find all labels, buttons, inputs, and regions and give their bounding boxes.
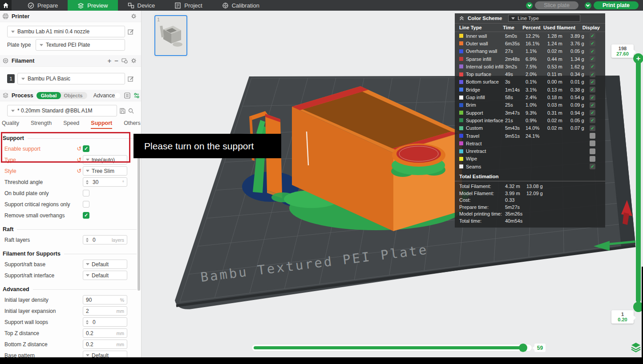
save-preset-icon[interactable] <box>120 108 125 114</box>
spinner-arrows[interactable] <box>86 238 89 242</box>
support-raft-interface-select[interactable]: Default <box>83 271 127 280</box>
raft-layers-spinner[interactable]: 0layers <box>83 235 127 244</box>
tab-project[interactable]: Project <box>165 0 212 11</box>
line-type-swatch <box>459 149 463 153</box>
top-layer-height: 27.60 <box>612 51 633 56</box>
tab-support[interactable]: Support <box>91 120 112 129</box>
initial-layer-expansion-input[interactable]: 2mm <box>83 306 127 316</box>
move-slider-handle[interactable] <box>519 344 527 352</box>
reset-icon[interactable]: ↺ <box>76 168 83 174</box>
display-checkbox[interactable]: ✓ <box>590 110 595 116</box>
critical-regions-checkbox[interactable] <box>83 201 89 208</box>
reset-icon[interactable]: ↺ <box>76 156 83 163</box>
reset-icon[interactable]: ↺ <box>76 145 83 152</box>
plate-thumbnail[interactable]: 1 <box>154 15 187 56</box>
slice-plate-button[interactable]: Slice plate <box>535 1 578 9</box>
display-checkbox[interactable]: ✓ <box>590 95 595 100</box>
slice-dropdown-button[interactable] <box>526 2 533 9</box>
tab-prepare[interactable]: Prepare <box>18 0 68 11</box>
process-preset-select[interactable]: * 0.20mm Standard @BBL A1M <box>7 105 117 116</box>
line-type-swatch <box>459 72 463 76</box>
segment-global[interactable]: Global <box>36 92 61 99</box>
total-estimation-row: Total time: 40m54s <box>455 217 605 224</box>
support-raft-base-select[interactable]: Default <box>83 260 127 269</box>
tab-strength[interactable]: Strength <box>31 120 52 129</box>
on-build-plate-checkbox[interactable] <box>83 190 89 196</box>
printer-select[interactable]: Bambu Lab A1 mini 0.4 nozzle <box>7 26 125 37</box>
chevron-down-icon <box>21 78 25 80</box>
base-pattern-select[interactable]: Default <box>83 351 127 357</box>
display-checkbox[interactable] <box>590 156 595 162</box>
support-wall-loops-spinner[interactable]: 0 <box>83 317 127 327</box>
line-type-label: Overhang wall <box>466 48 505 54</box>
move-slider-track[interactable] <box>251 344 532 352</box>
search-preset-icon[interactable] <box>128 108 134 114</box>
threshold-angle-value: 30 <box>93 179 98 185</box>
sidebar-scrollbar[interactable] <box>137 144 140 291</box>
filament-edit-icon[interactable] <box>128 76 134 82</box>
threshold-angle-spinner[interactable]: 30° <box>83 177 127 187</box>
printer-section-title: Printer <box>12 13 29 20</box>
top-z-distance-input[interactable]: 0.2mm <box>83 328 127 338</box>
initial-layer-density-input[interactable]: 90% <box>83 295 127 304</box>
line-type-label: Bottom surface <box>466 79 505 84</box>
remove-filament-button[interactable]: − <box>114 57 118 64</box>
printer-settings-gear-icon[interactable] <box>131 13 137 19</box>
spinner-arrows[interactable] <box>86 180 89 184</box>
remove-overhangs-checkbox[interactable]: ✓ <box>83 212 89 219</box>
display-checkbox[interactable] <box>590 140 595 146</box>
display-checkbox[interactable] <box>590 148 595 154</box>
tab-speed[interactable]: Speed <box>63 120 79 129</box>
bottom-z-distance-label: Bottom Z distance <box>4 341 83 348</box>
tab-others[interactable]: Others <box>124 120 141 129</box>
display-checkbox[interactable]: ✓ <box>590 56 595 62</box>
estimation-label: Model Filament: <box>459 191 505 196</box>
tab-device[interactable]: Device <box>118 0 165 11</box>
display-checkbox[interactable]: ✓ <box>590 125 595 131</box>
display-checkbox[interactable]: ✓ <box>590 48 595 54</box>
parameter-list-icon[interactable] <box>124 92 130 99</box>
display-checkbox[interactable]: ✓ <box>590 102 595 108</box>
segment-objects[interactable]: Objects <box>57 92 87 99</box>
filament-sync-icon[interactable] <box>121 58 128 64</box>
line-type-length: 0.02 m <box>547 125 570 131</box>
layers-icon[interactable] <box>630 341 642 355</box>
color-scheme-mode-select[interactable]: Line Type <box>508 15 580 22</box>
support-type-select[interactable]: tree(auto) <box>83 155 127 164</box>
add-filament-button[interactable]: + <box>107 57 111 64</box>
support-style-select[interactable]: Tree Slim <box>83 166 127 176</box>
display-checkbox[interactable]: ✓ <box>590 64 595 69</box>
enable-support-checkbox[interactable]: ✓ <box>83 145 89 152</box>
compare-presets-icon[interactable] <box>133 92 140 99</box>
collapse-icon[interactable] <box>459 16 464 21</box>
line-type-weight: 0.54 g <box>570 95 588 100</box>
bottom-z-distance-value: 0.2 <box>86 341 93 348</box>
filament-select[interactable]: Bambu PLA Basic <box>17 73 125 84</box>
display-checkbox[interactable]: ✓ <box>590 40 595 46</box>
spinner-arrows[interactable] <box>86 320 89 324</box>
display-checkbox[interactable]: ✓ <box>590 164 595 169</box>
layer-slider-top-handle[interactable]: + <box>633 53 643 64</box>
display-checkbox[interactable] <box>590 133 595 139</box>
display-checkbox[interactable]: ✓ <box>590 87 595 92</box>
line-type-weight: 0.94 g <box>570 110 588 116</box>
display-checkbox[interactable]: ✓ <box>590 117 595 123</box>
line-type-table-header: Line Type Time Percent Used filament Dis… <box>455 23 605 32</box>
tab-calibration[interactable]: Calibration <box>212 0 269 11</box>
filament-settings-gear-icon[interactable] <box>131 58 137 64</box>
print-dropdown-button[interactable] <box>585 2 591 9</box>
line-type-swatch <box>459 41 463 45</box>
layer-slider-track[interactable] <box>636 58 641 303</box>
raft-section-title: Raft <box>0 224 141 234</box>
display-checkbox[interactable]: ✓ <box>590 72 595 77</box>
tab-preview[interactable]: Preview <box>68 0 117 11</box>
display-checkbox[interactable]: ✓ <box>590 33 595 39</box>
print-plate-button[interactable]: Print plate <box>594 1 639 9</box>
tab-quality[interactable]: Quality <box>2 120 19 129</box>
display-checkbox[interactable]: ✓ <box>590 79 595 85</box>
printer-edit-icon[interactable] <box>128 28 134 35</box>
home-button[interactable] <box>0 0 12 11</box>
bottom-z-distance-input[interactable]: 0.2mm <box>83 340 127 349</box>
line-type-label: Wipe <box>466 156 505 161</box>
plate-type-select[interactable]: Textured PEI Plate <box>36 39 125 51</box>
